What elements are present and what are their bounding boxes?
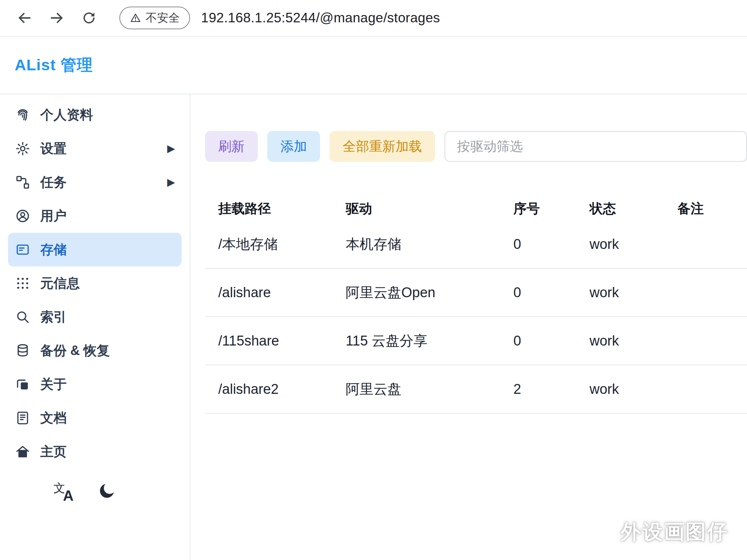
col-header-status: 状态 xyxy=(590,200,677,218)
tasks-icon xyxy=(15,174,31,190)
sidebar-item-backup-restore[interactable]: 备份 & 恢复 xyxy=(0,334,190,367)
cell-driver: 阿里云盘 xyxy=(346,380,513,399)
sidebar-item-settings[interactable]: 设置 ▶ xyxy=(0,132,190,165)
cell-driver: 阿里云盘Open xyxy=(346,283,513,302)
address-bar[interactable]: 不安全 192.168.1.25:5244/@manage/storages xyxy=(113,7,440,29)
storage-icon xyxy=(15,242,31,258)
warning-icon xyxy=(130,12,141,24)
chevron-right-icon: ▶ xyxy=(167,143,175,154)
sidebar-item-label: 个人资料 xyxy=(40,106,93,124)
sidebar-item-meta[interactable]: 元信息 xyxy=(0,266,190,300)
col-header-remark: 备注 xyxy=(677,200,747,218)
cell-mount-path: /115share xyxy=(218,333,346,349)
language-icon[interactable]: 文 A xyxy=(53,482,74,499)
sidebar-item-label: 关于 xyxy=(40,376,67,393)
sidebar-footer: 文 A xyxy=(53,481,117,500)
cell-mount-path: /alishare xyxy=(218,285,346,300)
table-row[interactable]: /本地存储 本机存储 0 work xyxy=(205,220,747,269)
main-content: 刷新 添加 全部重新加载 挂载路径 驱动 序号 状态 备注 /本地存储 本机存储… xyxy=(190,94,747,559)
security-chip[interactable]: 不安全 xyxy=(119,7,190,29)
sidebar-item-tasks[interactable]: 任务 ▶ xyxy=(0,165,190,199)
browser-chrome: 不安全 192.168.1.25:5244/@manage/storages xyxy=(0,0,747,37)
search-icon xyxy=(15,309,31,325)
cell-status: work xyxy=(590,381,677,397)
sidebar-item-label: 主页 xyxy=(40,443,67,461)
sidebar-item-home[interactable]: 主页 xyxy=(0,435,190,468)
gear-icon xyxy=(15,141,31,157)
sidebar-item-storage[interactable]: 存储 xyxy=(8,233,182,266)
sidebar: 个人资料 设置 ▶ 任务 ▶ 用户 存储 xyxy=(0,94,190,559)
page-title: AList 管理 xyxy=(15,55,93,76)
cell-order: 0 xyxy=(513,333,590,349)
cell-order: 2 xyxy=(513,381,590,397)
cell-status: work xyxy=(590,285,677,300)
sidebar-item-label: 用户 xyxy=(40,207,67,225)
sidebar-item-label: 备份 & 恢复 xyxy=(40,342,110,360)
sidebar-item-label: 元信息 xyxy=(40,275,80,292)
cell-mount-path: /alishare2 xyxy=(218,381,346,397)
app-header: AList 管理 xyxy=(0,37,747,94)
storage-table: 挂载路径 驱动 序号 状态 备注 /本地存储 本机存储 0 work /alis… xyxy=(205,197,747,414)
toolbar: 刷新 添加 全部重新加载 xyxy=(205,131,747,162)
cell-order: 0 xyxy=(513,236,590,252)
col-header-order: 序号 xyxy=(513,200,590,218)
meta-grid-icon xyxy=(15,275,31,291)
docs-icon xyxy=(15,410,31,426)
sidebar-item-profile[interactable]: 个人资料 xyxy=(0,98,190,132)
cell-status: work xyxy=(590,333,677,349)
moon-icon[interactable] xyxy=(98,481,117,500)
col-header-mount-path: 挂载路径 xyxy=(218,200,346,218)
cell-driver: 本机存储 xyxy=(346,235,513,254)
cell-order: 0 xyxy=(513,285,590,300)
database-icon xyxy=(15,343,31,359)
url-text: 192.168.1.25:5244/@manage/storages xyxy=(201,10,440,26)
table-header-row: 挂载路径 驱动 序号 状态 备注 xyxy=(205,197,747,220)
sidebar-item-label: 文档 xyxy=(40,409,67,427)
cell-driver: 115 云盘分享 xyxy=(346,332,513,350)
security-label: 不安全 xyxy=(146,10,180,26)
sidebar-item-label: 存储 xyxy=(40,241,67,259)
user-icon xyxy=(15,208,31,224)
sidebar-item-label: 索引 xyxy=(40,308,67,326)
table-row[interactable]: /alishare2 阿里云盘 2 work xyxy=(205,365,747,414)
chevron-right-icon: ▶ xyxy=(167,177,175,187)
sidebar-item-users[interactable]: 用户 xyxy=(0,199,190,233)
reload-all-button[interactable]: 全部重新加载 xyxy=(330,131,435,162)
col-header-driver: 驱动 xyxy=(346,200,513,218)
sidebar-item-index[interactable]: 索引 xyxy=(0,300,190,334)
reload-icon[interactable] xyxy=(81,10,97,26)
table-row[interactable]: /115share 115 云盘分享 0 work xyxy=(205,317,747,365)
cell-mount-path: /本地存储 xyxy=(218,235,346,254)
add-button[interactable]: 添加 xyxy=(267,131,320,162)
sidebar-item-label: 任务 xyxy=(40,173,67,191)
cell-status: work xyxy=(590,236,677,252)
driver-filter-input[interactable] xyxy=(445,131,747,162)
sidebar-item-label: 设置 xyxy=(40,140,67,158)
home-icon xyxy=(15,444,31,460)
table-row[interactable]: /alishare 阿里云盘Open 0 work xyxy=(205,269,747,317)
fingerprint-icon xyxy=(15,107,31,123)
sidebar-item-about[interactable]: 关于 xyxy=(0,367,190,401)
refresh-button[interactable]: 刷新 xyxy=(205,131,258,162)
forward-icon[interactable] xyxy=(48,10,65,26)
about-icon xyxy=(15,376,31,392)
back-icon[interactable] xyxy=(16,10,33,26)
sidebar-item-docs[interactable]: 文档 xyxy=(0,401,190,435)
